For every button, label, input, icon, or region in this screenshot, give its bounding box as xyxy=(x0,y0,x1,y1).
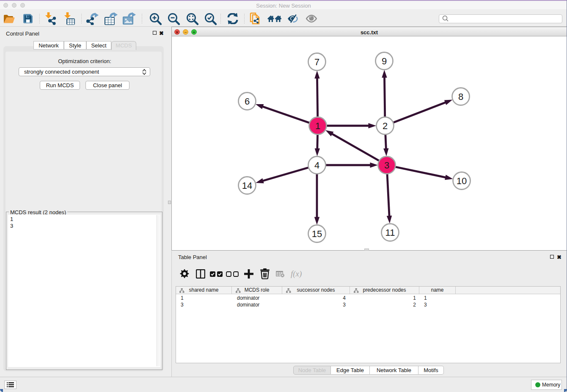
svg-text:4: 4 xyxy=(314,160,319,171)
svg-text:6: 6 xyxy=(245,96,250,107)
svg-text:3: 3 xyxy=(384,160,389,171)
svg-text:14: 14 xyxy=(242,180,252,191)
svg-text:10: 10 xyxy=(457,176,467,186)
svg-text:8: 8 xyxy=(458,91,463,102)
svg-text:2: 2 xyxy=(383,121,388,131)
svg-text:11: 11 xyxy=(385,227,395,238)
svg-text:15: 15 xyxy=(312,229,322,239)
svg-text:9: 9 xyxy=(382,56,387,66)
svg-text:7: 7 xyxy=(314,57,319,67)
svg-text:1: 1 xyxy=(315,121,320,131)
